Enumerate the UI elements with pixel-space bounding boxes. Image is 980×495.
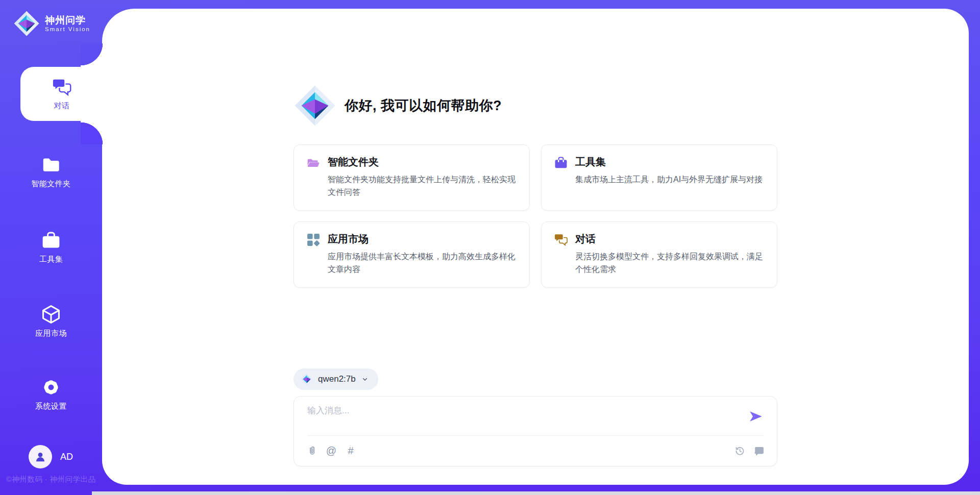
greeting: 你好, 我可以如何帮助你? — [293, 84, 777, 127]
sidebar: 神州问学 Smart Vision 智能文件夹 工具集 应用市场 系统设置 AD — [0, 0, 102, 495]
assistant-diamond-icon — [293, 84, 336, 127]
brand-logo: 神州问学 Smart Vision — [13, 10, 90, 37]
scrollbar-track[interactable] — [92, 491, 980, 495]
gear-icon — [41, 377, 61, 398]
sidebar-item-app-market[interactable]: 应用市场 — [0, 304, 102, 338]
card-smart-folder[interactable]: 智能文件夹 智能文件夹功能支持批量文件上传与清洗，轻松实现文件问答 — [293, 144, 530, 211]
card-description: 应用市场提供丰富长文本模板，助力高效生成多样化文章内容 — [328, 251, 517, 276]
main-content: 你好, 我可以如何帮助你? 智能文件夹 智能文件夹功能支持批量文件上传与清洗，轻… — [102, 9, 969, 485]
user-profile[interactable]: AD — [29, 445, 73, 468]
greeting-title: 你好, 我可以如何帮助你? — [345, 96, 502, 115]
sidebar-item-label: 系统设置 — [35, 402, 67, 411]
mention-icon[interactable]: @ — [326, 445, 337, 457]
card-chat[interactable]: 对话 灵活切换多模型文件，支持多样回复效果调试，满足个性化需求 — [541, 221, 777, 288]
card-description: 灵活切换多模型文件，支持多样回复效果调试，满足个性化需求 — [575, 251, 765, 276]
app-window: 神州问学 Smart Vision 智能文件夹 工具集 应用市场 系统设置 AD — [0, 0, 980, 495]
feature-cards: 智能文件夹 智能文件夹功能支持批量文件上传与清洗，轻松实现文件问答 工具集 集成… — [293, 144, 777, 288]
sidebar-item-label: 应用市场 — [35, 329, 67, 338]
send-icon[interactable] — [748, 410, 764, 423]
brand-subtitle: Smart Vision — [45, 26, 90, 32]
chevron-down-icon — [361, 375, 369, 383]
attachment-icon[interactable] — [306, 445, 317, 457]
copyright-text: ©神州数码 · 神州问学出品 — [6, 475, 103, 484]
composer-toolbar: @ # — [306, 436, 765, 466]
folder-icon — [41, 155, 61, 175]
card-title: 对话 — [575, 232, 765, 246]
card-app-market[interactable]: 应用市场 应用市场提供丰富长文本模板，助力高效生成多样化文章内容 — [293, 221, 530, 288]
card-title: 工具集 — [575, 155, 763, 169]
person-icon — [34, 450, 47, 463]
briefcase-icon — [41, 230, 61, 251]
card-description: 集成市场上主流工具，助力AI与外界无缝扩展与对接 — [575, 174, 763, 186]
message-composer: @ # — [293, 396, 777, 466]
sidebar-item-smart-folder[interactable]: 智能文件夹 — [0, 155, 102, 189]
card-title: 应用市场 — [328, 232, 517, 246]
history-icon[interactable] — [734, 445, 745, 457]
brand-diamond-icon — [13, 10, 40, 37]
briefcase-icon — [554, 156, 568, 170]
folder-open-icon — [306, 156, 321, 170]
sidebar-item-label: 工具集 — [39, 255, 63, 264]
card-title: 智能文件夹 — [328, 155, 517, 169]
brand-name: 神州问学 — [45, 15, 90, 27]
hashtag-icon[interactable]: # — [345, 445, 356, 457]
user-initials: AD — [60, 452, 73, 462]
sidebar-item-label: 智能文件夹 — [31, 179, 71, 189]
chat-bubble-icon[interactable] — [753, 445, 765, 457]
model-name: qwen2:7b — [318, 374, 356, 384]
model-diamond-icon — [301, 373, 313, 385]
card-description: 智能文件夹功能支持批量文件上传与清洗，轻松实现文件问答 — [328, 174, 517, 199]
card-toolset[interactable]: 工具集 集成市场上主流工具，助力AI与外界无缝扩展与对接 — [541, 144, 777, 211]
sidebar-item-settings[interactable]: 系统设置 — [0, 377, 102, 411]
apps-grid-icon — [306, 233, 321, 247]
avatar — [29, 445, 52, 468]
sidebar-item-toolset[interactable]: 工具集 — [0, 230, 102, 264]
chat-bubbles-icon — [554, 233, 568, 247]
model-selector[interactable]: qwen2:7b — [293, 368, 378, 390]
cube-icon — [41, 304, 61, 325]
message-input[interactable] — [307, 405, 736, 431]
